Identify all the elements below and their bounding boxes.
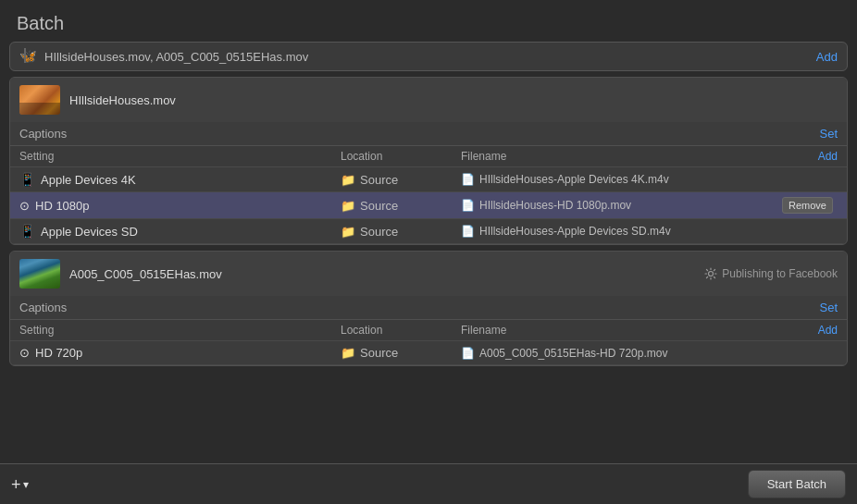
folder-icon-720p: 📁 [341, 346, 355, 360]
setting-label-4k: Apple Devices 4K [41, 173, 136, 187]
filename-coastal: A005_C005_0515EHas.mov [69, 267, 695, 281]
file-icon-4k: 📄 [461, 173, 475, 186]
captions-row-hillside: Captions Set [10, 122, 847, 146]
col-filename-hillside: Filename [461, 150, 782, 163]
setting-name-sd: 📱 Apple Devices SD [19, 224, 341, 239]
combined-add-button[interactable]: Add [816, 50, 838, 64]
table-header-coastal: Setting Location Filename Add [10, 320, 847, 341]
set-button-coastal[interactable]: Set [819, 301, 838, 314]
folder-icon-4k: 📁 [341, 173, 355, 187]
batch-item-hillside: HIllsideHouses.mov Captions Set Setting … [9, 77, 848, 245]
output-filename-sd: HIllsideHouses-Apple Devices SD.m4v [479, 225, 671, 238]
thumbnail-hillside [19, 85, 60, 115]
plus-button[interactable]: + [11, 476, 21, 493]
device-icon-720p: ⊙ [19, 346, 30, 360]
folder-icon-1080p: 📁 [341, 199, 355, 213]
remove-button-1080p[interactable]: Remove [782, 197, 833, 214]
item-header-coastal: A005_C005_0515EHas.mov Publishing to Fac… [10, 252, 847, 296]
col-location-hillside: Location [341, 150, 461, 163]
location-sd: 📁 Source [341, 225, 461, 239]
table-row[interactable]: 📱 Apple Devices 4K 📁 Source 📄 HIllsideHo… [10, 167, 847, 192]
svg-point-0 [709, 272, 714, 277]
chevron-button[interactable]: ▾ [23, 478, 29, 491]
main-content: 🦋 HIllsideHouses.mov, A005_C005_0515EHas… [0, 42, 857, 457]
folder-icon-sd: 📁 [341, 225, 355, 239]
combined-input-bar: 🦋 HIllsideHouses.mov, A005_C005_0515EHas… [9, 42, 848, 71]
device-icon-4k: 📱 [19, 172, 35, 187]
set-button-hillside[interactable]: Set [819, 127, 838, 141]
location-text-sd: Source [360, 225, 398, 239]
device-icon-1080p: ⊙ [19, 199, 30, 213]
table-header-hillside: Setting Location Filename Add [10, 146, 847, 167]
output-filename-1080p: HIllsideHouses-HD 1080p.mov [479, 199, 631, 212]
page-title: Batch [0, 0, 857, 42]
settings-label-coastal: Publishing to Facebook [722, 267, 838, 280]
col-filename-coastal: Filename [461, 324, 782, 337]
location-720p: 📁 Source [341, 346, 461, 360]
filename-720p: 📄 A005_C005_0515EHas-HD 720p.mov [461, 347, 782, 360]
bottom-bar: + ▾ Start Batch [0, 463, 857, 504]
col-add-hillside[interactable]: Add [782, 150, 838, 163]
captions-row-coastal: Captions Set [10, 296, 847, 320]
col-setting-hillside: Setting [19, 150, 341, 163]
filename-sd: 📄 HIllsideHouses-Apple Devices SD.m4v [461, 225, 782, 238]
location-text-4k: Source [360, 173, 398, 187]
combined-input-icon: 🦋 [19, 48, 37, 65]
location-text-1080p: Source [360, 199, 398, 213]
captions-label-coastal: Captions [19, 301, 67, 314]
start-batch-button[interactable]: Start Batch [748, 470, 846, 498]
gear-icon [704, 267, 717, 280]
setting-label-720p: HD 720p [35, 346, 82, 360]
col-location-coastal: Location [341, 324, 461, 337]
location-1080p: 📁 Source [341, 199, 461, 213]
setting-name-4k: 📱 Apple Devices 4K [19, 172, 341, 187]
output-filename-4k: HIllsideHouses-Apple Devices 4K.m4v [479, 173, 669, 186]
table-row[interactable]: ⊙ HD 720p 📁 Source 📄 A005_C005_0515EHas-… [10, 341, 847, 365]
table-row[interactable]: 📱 Apple Devices SD 📁 Source 📄 HIllsideHo… [10, 219, 847, 244]
filename-1080p: 📄 HIllsideHouses-HD 1080p.mov [461, 199, 782, 212]
setting-label-1080p: HD 1080p [35, 199, 90, 213]
item-header-hillside: HIllsideHouses.mov [10, 78, 847, 122]
add-controls: + ▾ [11, 476, 29, 493]
thumbnail-coastal [19, 259, 60, 289]
action-1080p: Remove [782, 197, 838, 214]
setting-label-sd: Apple Devices SD [41, 225, 138, 239]
combined-filenames: HIllsideHouses.mov, A005_C005_0515EHas.m… [44, 50, 816, 64]
file-icon-1080p: 📄 [461, 199, 475, 212]
divider-line [24, 48, 26, 63]
file-icon-720p: 📄 [461, 347, 475, 360]
col-setting-coastal: Setting [19, 324, 341, 337]
batch-item-coastal: A005_C005_0515EHas.mov Publishing to Fac… [9, 251, 848, 366]
captions-label-hillside: Captions [19, 127, 67, 141]
setting-name-720p: ⊙ HD 720p [19, 346, 341, 360]
setting-name-1080p: ⊙ HD 1080p [19, 199, 341, 213]
table-row[interactable]: ⊙ HD 1080p 📁 Source 📄 HIllsideHouses-HD … [10, 192, 847, 219]
location-4k: 📁 Source [341, 173, 461, 187]
file-icon-sd: 📄 [461, 225, 475, 238]
device-icon-sd: 📱 [19, 224, 35, 239]
item-settings-coastal: Publishing to Facebook [704, 267, 838, 280]
output-filename-720p: A005_C005_0515EHas-HD 720p.mov [479, 347, 667, 360]
location-text-720p: Source [360, 346, 398, 360]
col-add-coastal[interactable]: Add [782, 324, 838, 337]
filename-hillside: HIllsideHouses.mov [69, 93, 838, 107]
filename-4k: 📄 HIllsideHouses-Apple Devices 4K.m4v [461, 173, 782, 186]
